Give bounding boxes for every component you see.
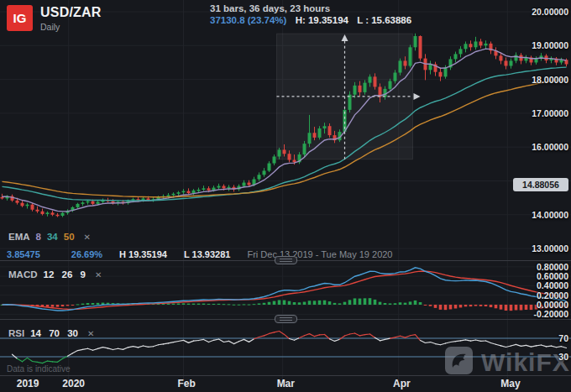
macd-label: MACD [8,269,38,280]
ema-period-34: 34 [47,232,58,242]
price-axis-badge: 14.88056 [513,178,568,191]
chart-header: IG USD/ZAR Daily [7,5,102,32]
timeframe-label: Daily [40,22,102,32]
macd-axis-label: 0.80000 [537,262,568,272]
ema-period-50: 50 [64,232,75,242]
macd-params: 12 26 9 [44,269,86,280]
pane-resize-handle-macd[interactable] [275,256,297,264]
info-value-2: 26.69% [71,249,102,259]
measure-tooltip: 31 bars, 36 days, 23 hours 37130.8 (23.7… [210,3,411,26]
time-axis-label: 2019 [17,378,39,389]
disclaimer-text: Data is indicative [7,364,71,374]
macd-close-button[interactable]: ✕ [95,270,102,280]
ema-label: EMA [8,232,30,242]
wikifx-watermark: WikiFX [445,347,570,378]
rsi-axis-label: 70 [558,333,568,343]
info-high: H 19.35194 [119,249,167,259]
ig-logo: IG [7,5,33,31]
macd-axis-label: -0.20000 [534,309,568,319]
rsi-axis-label: 30 [558,352,568,362]
rsi-legend: RSI 14 70 30 ✕ [8,328,94,338]
price-axis-label: 17.00000 [532,108,568,118]
info-value-1: 3.85475 [7,249,40,259]
time-axis-label: May [500,378,520,389]
symbol-title: USD/ZAR [40,5,102,20]
time-axis-label: Mar [277,378,295,389]
price-axis-label: 16.00000 [532,142,568,152]
measure-high-text: H: 19.35194 [296,15,348,25]
wikifx-text: WikiFX [481,348,570,377]
rsi-close-button[interactable]: ✕ [87,329,94,338]
time-axis-label: Apr [393,378,411,389]
price-axis-label: 20.00000 [532,7,568,17]
ig-logo-text: IG [13,11,27,25]
macd-axis-label: 0.20000 [537,290,568,301]
trading-chart-app: IG USD/ZAR Daily 31 bars, 36 days, 23 ho… [0,0,571,392]
price-axis-label: 18.00000 [532,75,568,85]
rsi-label: RSI [8,328,24,338]
wikifx-logo-icon [445,347,473,378]
measure-bars-text: 31 bars, 36 days, 23 hours [210,3,411,14]
measure-low-text: L : 15.63886 [357,15,411,25]
time-axis-label: Feb [177,378,195,389]
pane-resize-handle-rsi[interactable] [275,315,297,323]
ema-period-8: 8 [36,232,41,242]
ohlc-info-row: 3.85475 26.69% H 19.35194 L 13.93281 Fri… [7,249,392,259]
macd-axis-label: 0.40000 [537,280,568,290]
time-axis-label: 2020 [62,378,85,389]
rsi-params: 14 70 30 [30,328,78,338]
price-axis-label: 19.00000 [532,40,568,50]
price-axis-label: 13.00000 [532,243,568,253]
date-range-label: Fri Dec 13 2019 - Tue May 19 2020 [247,249,392,259]
ema-legend: EMA 8 34 50 ✕ [8,232,91,242]
ema-close-button[interactable]: ✕ [84,233,91,242]
macd-legend: MACD 12 26 9 ✕ [8,269,102,280]
info-low: L 13.93281 [184,249,230,259]
price-axis-label: 14.00000 [532,210,568,220]
measure-change-text: 37130.8 (23.74%) [210,15,286,25]
